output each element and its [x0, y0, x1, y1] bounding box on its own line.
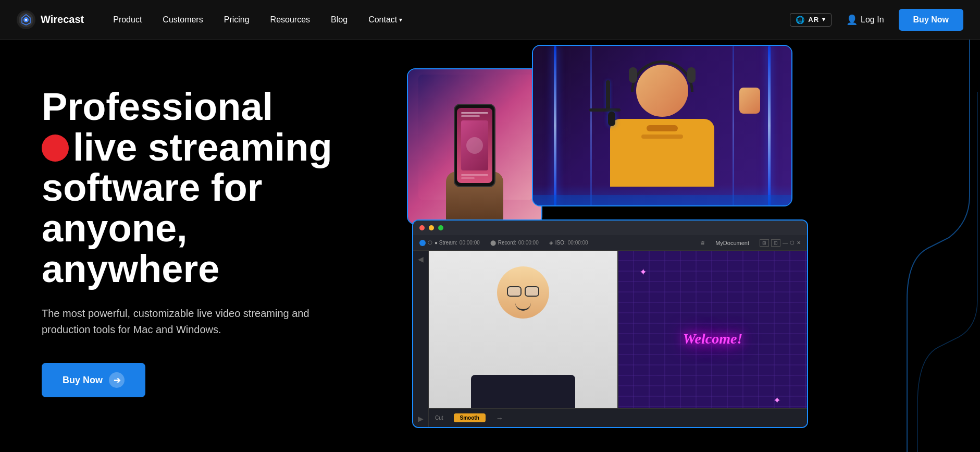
phone-card — [407, 68, 542, 225]
nav-item-customers[interactable]: Customers — [154, 11, 211, 29]
nav-item-contact[interactable]: Contact ▾ — [360, 11, 411, 29]
window-maximize-dot — [438, 225, 443, 230]
chevron-down-icon: ▾ — [399, 16, 402, 23]
hero-heading: Professional live streaming software for… — [42, 87, 344, 289]
software-bottom-bar: Cut Smooth → — [429, 408, 807, 427]
nav-links: Product Customers Pricing Resources Blog… — [105, 11, 790, 29]
preview-left — [429, 251, 618, 427]
wirecast-logo-icon — [17, 10, 35, 29]
welcome-text: Welcome! — [683, 331, 743, 347]
preview-right: Welcome! ✦ ✦ — [618, 251, 807, 427]
nav-item-pricing[interactable]: Pricing — [216, 11, 258, 29]
smooth-button[interactable]: Smooth — [454, 413, 486, 422]
streamer-card — [532, 45, 792, 206]
nav-item-blog[interactable]: Blog — [322, 11, 356, 29]
window-close-dot — [419, 225, 425, 230]
language-switcher[interactable]: 🌐 AR ▾ — [790, 13, 832, 27]
software-card: ⎔ ● Stream: 00:00:00 ⬤ Record: 00:00:00 … — [412, 219, 808, 428]
hero-section: Professional live streaming software for… — [0, 40, 980, 452]
brand-name: Wirecast — [41, 14, 84, 26]
hero-subtitle: The most powerful, customizable live vid… — [42, 306, 323, 338]
nav-buy-now-button[interactable]: Buy Now — [899, 9, 963, 31]
arrow-right-icon: ➔ — [109, 372, 125, 388]
navbar: Wirecast Product Customers Pricing Resou… — [0, 0, 980, 40]
red-dot-icon — [42, 135, 69, 162]
arrow-right-button[interactable]: → — [496, 414, 503, 422]
lang-label: AR — [808, 16, 819, 23]
brand-logo[interactable]: Wirecast — [17, 10, 84, 29]
hero-buy-button[interactable]: Buy Now ➔ — [42, 363, 145, 397]
decorator-lines — [876, 40, 980, 452]
nav-right-section: 🌐 AR ▾ 👤 Log In Buy Now — [790, 9, 963, 31]
lang-chevron-icon: ▾ — [822, 16, 826, 23]
user-icon: 👤 — [846, 14, 858, 26]
software-main: ◀ ▶ — [413, 251, 807, 427]
window-minimize-dot — [429, 225, 434, 230]
nav-item-resources[interactable]: Resources — [262, 11, 318, 29]
hero-images-area: ⎔ ● Stream: 00:00:00 ⬤ Record: 00:00:00 … — [396, 40, 980, 452]
software-toolbar: ⎔ ● Stream: 00:00:00 ⬤ Record: 00:00:00 … — [413, 235, 807, 251]
nav-item-product[interactable]: Product — [105, 11, 150, 29]
login-button[interactable]: 👤 Log In — [840, 10, 890, 30]
hero-text-block: Professional live streaming software for… — [0, 40, 375, 429]
svg-point-3 — [25, 19, 27, 21]
lang-icon: 🌐 — [796, 16, 805, 24]
